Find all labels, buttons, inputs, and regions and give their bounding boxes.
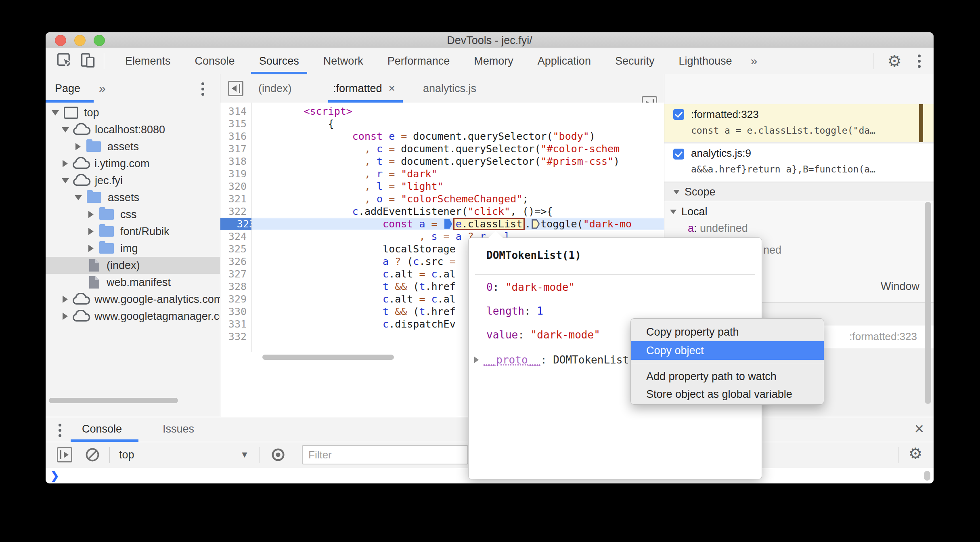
expand-icon[interactable] (474, 357, 479, 363)
expand-icon[interactable] (88, 245, 94, 252)
sidebar-horizontal-scrollbar[interactable] (49, 398, 178, 403)
menu-item-add-property-to-watch[interactable]: Add property path to watch (631, 367, 824, 386)
tab-lighthouse[interactable]: Lighthouse (666, 48, 744, 74)
line-number[interactable]: 315 (220, 118, 251, 130)
code-line[interactable]: c.addEventListener("click", ()=>{ (252, 205, 664, 218)
code-line[interactable]: , t = document.querySelector("#prism-css… (252, 155, 664, 168)
context-dropdown-icon[interactable]: ▼ (240, 450, 249, 460)
more-tabs-icon[interactable]: » (744, 48, 764, 74)
line-number[interactable]: 327 (220, 268, 251, 280)
line-number[interactable]: 314 (220, 105, 251, 118)
collapse-icon[interactable] (62, 178, 69, 183)
line-number[interactable]: 324 (220, 230, 251, 243)
line-number[interactable]: 326 (220, 255, 251, 268)
scope-local-row[interactable]: Local (670, 204, 708, 220)
line-number[interactable]: 319 (220, 168, 251, 180)
property-row-proto[interactable]: __proto__: DOMTokenList (474, 353, 629, 367)
line-number[interactable]: 320 (220, 180, 251, 193)
filter-input[interactable]: Filter (302, 445, 468, 464)
editor-horizontal-scrollbar[interactable] (262, 355, 394, 360)
sidebar-more-tabs-icon[interactable]: » (99, 74, 106, 103)
tab-network[interactable]: Network (311, 48, 375, 74)
scope-section-header[interactable]: Scope (664, 183, 934, 201)
tree-item-googletagmanager[interactable]: www.googletagmanager.com (46, 308, 220, 325)
tab-elements[interactable]: Elements (113, 48, 183, 74)
inspect-element-icon[interactable] (56, 52, 72, 70)
tree-item-google-analytics[interactable]: www.google-analytics.com (46, 291, 220, 308)
live-expression-eye-icon[interactable] (270, 447, 286, 464)
line-number[interactable]: 331 (220, 318, 251, 330)
breakpoint-entry-formatted[interactable]: :formatted:323 const a = e.classList.tog… (664, 104, 934, 143)
drawer-tab-console[interactable]: Console (82, 417, 122, 441)
code-line[interactable]: , c = document.querySelector("#color-sch… (252, 143, 664, 155)
line-number[interactable]: 329 (220, 293, 251, 305)
device-toolbar-icon[interactable] (80, 52, 96, 70)
tree-item-jecfyi[interactable]: jec.fyi (46, 172, 220, 189)
expand-icon[interactable] (88, 211, 94, 218)
console-settings-gear-icon[interactable]: ⚙ (909, 445, 922, 462)
sidebar-menu-icon[interactable] (201, 82, 204, 96)
tree-item-assets-jecfyi[interactable]: assets (46, 189, 220, 206)
line-number[interactable]: 318 (220, 155, 251, 168)
clear-console-icon[interactable] (84, 447, 101, 464)
line-number[interactable]: 330 (220, 305, 251, 318)
line-number[interactable]: 325 (220, 243, 251, 255)
main-menu-icon[interactable] (918, 55, 921, 68)
breakpoint-entry-analytics[interactable]: analytics.js:9 a&&a.href}return a},B=fun… (664, 144, 934, 181)
line-number[interactable]: 321 (220, 193, 251, 205)
hide-navigator-icon[interactable] (228, 81, 243, 96)
scope-variable-a[interactable]: a: undefined (688, 221, 748, 236)
continue-to-location-marker[interactable] (532, 219, 540, 229)
tree-item-assets-localhost[interactable]: assets (46, 138, 220, 155)
file-tab-index[interactable]: (index) (258, 74, 292, 103)
hovered-expression-highlight[interactable]: e.classList (453, 218, 525, 230)
collapse-icon[interactable] (52, 110, 59, 116)
line-number[interactable]: 317 (220, 143, 251, 155)
menu-item-copy-object[interactable]: Copy object (631, 341, 824, 360)
show-console-sidebar-icon[interactable] (57, 447, 72, 462)
tree-item-font-rubik[interactable]: font/Rubik (46, 223, 220, 240)
code-line[interactable]: , l = "light" (252, 180, 664, 193)
menu-item-store-as-global[interactable]: Store object as global variable (631, 385, 824, 403)
tab-application[interactable]: Application (526, 48, 603, 74)
close-drawer-icon[interactable]: × (915, 420, 924, 438)
breakpoint-checkbox[interactable] (673, 149, 684, 160)
tree-item-localhost[interactable]: localhost:8080 (46, 121, 220, 138)
expand-icon[interactable] (63, 313, 68, 320)
settings-gear-icon[interactable]: ⚙ (887, 52, 902, 70)
execution-position-marker[interactable] (444, 219, 452, 229)
debugger-pane-scrollbar[interactable] (925, 202, 931, 404)
tab-performance[interactable]: Performance (375, 48, 462, 74)
expand-icon[interactable] (88, 228, 94, 235)
tab-sources[interactable]: Sources (247, 48, 311, 74)
tree-item-web-manifest[interactable]: web.manifest (46, 274, 220, 291)
tab-security[interactable]: Security (603, 48, 667, 74)
code-line[interactable]: { (252, 118, 664, 130)
tree-item-css[interactable]: css (46, 206, 220, 223)
breakpoint-checkbox[interactable] (673, 109, 684, 120)
code-line[interactable]: , r = "dark" (252, 168, 664, 180)
expand-icon[interactable] (63, 296, 68, 303)
line-number[interactable]: 332 (220, 330, 251, 343)
drawer-menu-icon[interactable] (59, 424, 61, 437)
tree-item-index-selected[interactable]: (index) (46, 257, 220, 274)
sidebar-tab-page[interactable]: Page (55, 74, 80, 103)
line-number[interactable]: 322 (220, 205, 251, 218)
tree-item-top[interactable]: top (46, 104, 220, 121)
collapse-icon[interactable] (62, 127, 69, 132)
line-number[interactable]: 316 (220, 130, 251, 143)
prompt-scrollbar-nub[interactable] (924, 471, 930, 481)
tab-memory[interactable]: Memory (462, 48, 526, 74)
close-tab-icon[interactable]: × (389, 82, 395, 95)
tree-item-img[interactable]: img (46, 240, 220, 257)
line-number[interactable]: 328 (220, 280, 251, 293)
code-line[interactable]: , o = "colorSchemeChanged"; (252, 193, 664, 205)
execution-line[interactable]: const a = e.classList.toggle("dark-mo (252, 218, 664, 230)
tree-item-ytimg[interactable]: i.ytimg.com (46, 155, 220, 172)
file-tab-analytics[interactable]: analytics.js (423, 74, 476, 103)
context-selector[interactable]: top (119, 442, 134, 468)
line-number-gutter[interactable]: 3143153163173183193203213223233243253263… (220, 105, 251, 343)
code-line[interactable]: const e = document.querySelector("body") (252, 130, 664, 143)
menu-item-copy-property-path[interactable]: Copy property path (631, 323, 824, 341)
tab-console[interactable]: Console (183, 48, 247, 74)
